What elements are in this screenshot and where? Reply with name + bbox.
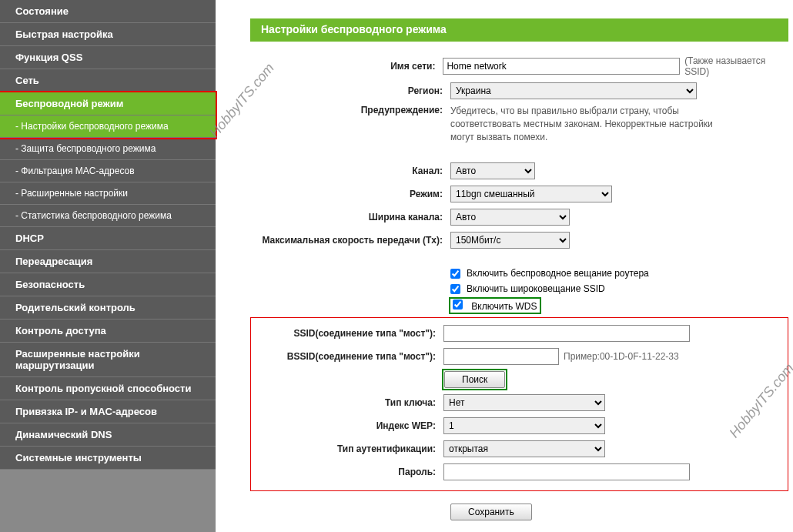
enable-wireless-checkbox[interactable] xyxy=(450,269,460,279)
label-width: Ширина канала: xyxy=(250,212,450,223)
wds-section: SSID(соединение типа "мост"): BSSID(соед… xyxy=(250,317,788,491)
menu-network[interactable]: Сеть xyxy=(0,69,216,92)
keytype-select[interactable]: Нет xyxy=(443,394,605,411)
mode-select[interactable]: 11bgn смешанный xyxy=(450,186,612,202)
ssid-hint: (Также называется SSID) xyxy=(684,55,788,77)
page-title: Настройки беспроводного режима xyxy=(250,18,788,40)
ssid-input[interactable] xyxy=(443,58,680,75)
label-password: Пароль: xyxy=(256,467,443,477)
authtype-select[interactable]: открытая xyxy=(443,440,605,457)
txrate-select[interactable]: 150Мбит/с xyxy=(450,232,570,249)
label-region: Регион: xyxy=(250,85,450,96)
enable-ssid-broadcast-checkbox[interactable] xyxy=(450,284,460,294)
menu-parental[interactable]: Родительский контроль xyxy=(0,296,216,320)
save-button[interactable]: Сохранить xyxy=(450,504,532,520)
menu-ip-mac-binding[interactable]: Привязка IP- и MAC-адресов xyxy=(0,400,216,423)
label-ssid: Имя сети: xyxy=(250,61,443,72)
submenu-stats[interactable]: - Статистика беспроводного режима xyxy=(0,205,216,227)
enable-wds-checkbox[interactable] xyxy=(453,299,463,309)
menu-system-tools[interactable]: Системные инструменты xyxy=(0,447,216,470)
bridge-bssid-input[interactable] xyxy=(443,348,559,365)
menu-routing[interactable]: Расширенные настройки маршрутизации xyxy=(0,343,216,377)
submenu-advanced[interactable]: - Расширенные настройки xyxy=(0,182,216,205)
label-channel: Канал: xyxy=(250,166,450,176)
menu-wireless[interactable]: Беспроводной режим xyxy=(0,92,216,115)
password-input[interactable] xyxy=(443,463,690,480)
label-wepindex: Индекс WEP: xyxy=(256,420,443,431)
label-txrate: Максимальная скорость передачи (Tx): xyxy=(250,235,450,246)
warning-text: Убедитесь, что вы правильно выбрали стра… xyxy=(450,105,728,143)
search-button[interactable]: Поиск xyxy=(444,371,505,388)
label-authtype: Тип аутентификации: xyxy=(256,443,443,454)
label-bridge-ssid: SSID(соединение типа "мост"): xyxy=(256,328,443,339)
menu-bandwidth[interactable]: Контроль пропускной способности xyxy=(0,377,216,400)
width-select[interactable]: Авто xyxy=(450,209,570,226)
menu-access-control[interactable]: Контроль доступа xyxy=(0,320,216,343)
menu-security[interactable]: Безопасность xyxy=(0,273,216,296)
enable-wireless-label: Включить беспроводное вещание роутера xyxy=(467,268,649,279)
submenu-mac-filter[interactable]: - Фильтрация MAC-адресов xyxy=(0,160,216,182)
channel-select[interactable]: Авто xyxy=(450,162,535,179)
enable-ssid-broadcast-label: Включить широковещание SSID xyxy=(467,283,605,294)
menu-qss[interactable]: Функция QSS xyxy=(0,46,216,69)
sidebar-fill xyxy=(0,470,216,532)
enable-wds-label: Включить WDS xyxy=(471,301,537,312)
region-select[interactable]: Украина xyxy=(450,82,697,99)
bridge-ssid-input[interactable] xyxy=(443,325,690,342)
label-bridge-bssid: BSSID(соединение типа "мост"): xyxy=(256,351,443,362)
menu-quick-setup[interactable]: Быстрая настройка xyxy=(0,23,216,46)
menu-forwarding[interactable]: Переадресация xyxy=(0,250,216,273)
menu-dhcp[interactable]: DHCP xyxy=(0,227,216,250)
submenu-wireless-settings[interactable]: - Настройки беспроводного режима xyxy=(0,115,216,138)
menu-ddns[interactable]: Динамический DNS xyxy=(0,423,216,447)
menu-status[interactable]: Состояние xyxy=(0,0,216,23)
label-keytype: Тип ключа: xyxy=(256,397,443,408)
wepindex-select[interactable]: 1 xyxy=(443,417,605,434)
label-warning: Предупреждение: xyxy=(250,105,450,115)
sidebar: Состояние Быстрая настройка Функция QSS … xyxy=(0,0,216,532)
submenu-wireless-security[interactable]: - Защита беспроводного режима xyxy=(0,138,216,160)
bssid-hint: Пример:00-1D-0F-11-22-33 xyxy=(564,351,679,362)
label-mode: Режим: xyxy=(250,189,450,199)
content-panel: Настройки беспроводного режима Имя сети:… xyxy=(216,0,793,532)
